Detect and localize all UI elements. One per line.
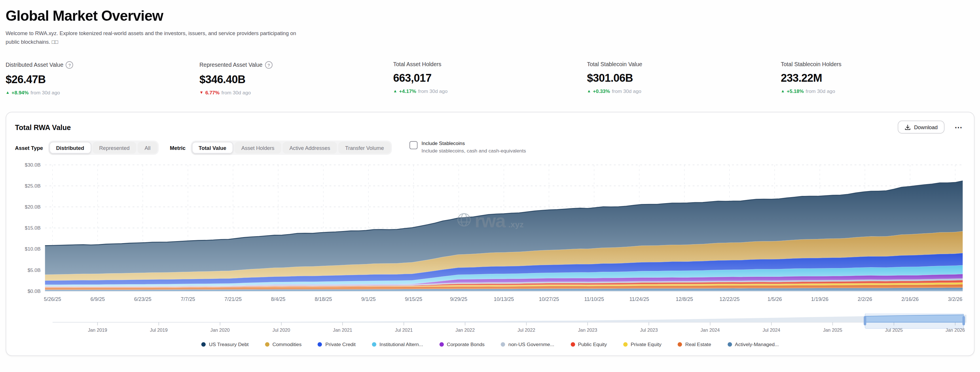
subtitle-line-1: Welcome to RWA.xyz. Explore tokenized re… [6,30,296,36]
download-button[interactable]: Download [898,120,945,134]
metric-option-asset-holders[interactable]: Asset Holders [234,142,282,154]
delta-suffix: from 30d ago [612,89,641,95]
legend-item-non-us-governme[interactable]: non-US Governme... [501,342,554,348]
legend-item-public-equity[interactable]: Public Equity [571,342,607,348]
metric-option-active-addresses[interactable]: Active Addresses [283,142,337,154]
legend-dot-icon [318,342,322,347]
brush-handle-left[interactable] [864,316,866,326]
stat-value: $346.40B [199,73,393,86]
delta-percent: +5.18% [787,89,804,95]
download-icon [905,124,911,130]
metric-segmented: Total ValueAsset HoldersActive Addresses… [191,141,392,155]
x-axis-tick: 10/27/25 [539,297,559,302]
y-axis-tick: $0.0B [28,288,41,294]
stat-delta: ▲+5.18%from 30d ago [781,89,975,95]
legend-dot-icon [372,342,376,347]
include-stablecoins-text: Include Stablecoins Include stablecoins,… [421,141,526,154]
stat-label-text: Distributed Asset Value [6,62,64,68]
timeline-tick: Jan 2022 [456,328,475,332]
legend-item-real-estate[interactable]: Real Estate [678,342,711,348]
page-title: Global Market Overview [6,8,975,24]
stat-label: Total Asset Holders [393,61,587,68]
legend-label: Real Estate [686,342,711,348]
stat-label-text: Total Asset Holders [393,61,441,68]
stat-value: $26.47B [6,73,200,86]
stat-total-stablecoin-holders: Total Stablecoin Holders233.22M▲+5.18%fr… [781,61,975,95]
stat-delta: ▲+4.17%from 30d ago [393,89,587,95]
stat-represented-asset-value: Represented Asset Value?$346.40B▼6.77%fr… [199,61,393,95]
x-axis-tick: 8/18/25 [315,297,332,302]
metric-group: Metric Total ValueAsset HoldersActive Ad… [170,141,392,155]
legend-item-commodities[interactable]: Commodities [265,342,302,348]
timeline-tick: Jul 2024 [762,328,780,332]
stat-delta: ▼6.77%from 30d ago [199,90,393,96]
timeline-tick: Jul 2023 [640,328,658,332]
delta-suffix: from 30d ago [418,89,447,95]
stat-label: Total Stablecoin Holders [781,61,975,68]
legend-item-institutional-altern[interactable]: Institutional Altern... [372,342,423,348]
asset-type-label: Asset Type [15,145,43,151]
metric-option-transfer-volume[interactable]: Transfer Volume [338,142,391,154]
subtitle-line-2: public blockchains. □□ [6,38,58,45]
y-axis-tick: $30.0B [25,162,41,168]
legend-dot-icon [727,342,732,347]
page-subtitle: Welcome to RWA.xyz. Explore tokenized re… [6,29,975,46]
legend-label: Actively-Managed... [735,342,779,348]
x-axis-tick: 9/1/25 [361,297,375,302]
legend-label: Private Equity [631,342,662,348]
stat-value: $301.06B [587,72,781,85]
x-axis-tick: 12/8/25 [676,297,693,302]
timeline-tick: Jul 2021 [395,328,413,332]
brush-selection[interactable] [865,313,964,329]
x-axis-tick: 6/23/25 [134,297,151,302]
stat-label-text: Represented Asset Value [199,62,262,68]
include-stablecoins-label: Include Stablecoins [421,141,526,146]
timeline-brush[interactable]: Jan 2019Jul 2019Jan 2020Jul 2020Jan 2021… [52,313,966,337]
delta-suffix: from 30d ago [30,90,60,96]
total-rwa-value-chart[interactable]: $0.0B$5.0B$10.0B$15.0B$20.0B$25.0B$30.0B… [15,160,967,310]
stat-label: Distributed Asset Value? [6,61,200,69]
x-axis-tick: 9/29/25 [450,297,468,302]
metric-label: Metric [170,145,185,151]
timeline-tick: Jul 2022 [517,328,535,332]
x-axis-tick: 3/2/26 [948,297,963,302]
x-axis-tick: 12/22/25 [719,297,740,302]
x-axis-tick: 11/10/25 [584,297,604,302]
x-axis-tick: 2/2/26 [858,297,872,302]
delta-suffix: from 30d ago [221,90,251,96]
metric-option-total-value[interactable]: Total Value [192,142,233,154]
stat-label-text: Total Stablecoin Holders [781,61,842,68]
asset-type-option-all[interactable]: All [138,142,157,154]
x-axis-tick: 2/16/26 [901,297,919,302]
legend-label: non-US Governme... [508,342,554,348]
legend-dot-icon [201,342,205,347]
asset-type-option-represented[interactable]: Represented [92,142,136,154]
asset-type-option-distributed[interactable]: Distributed [49,142,91,154]
legend-dot-icon [571,342,575,347]
download-label: Download [914,124,938,130]
legend-item-actively-managed[interactable]: Actively-Managed... [727,342,779,348]
info-icon[interactable]: ? [265,61,272,69]
y-axis-tick: $15.0B [25,225,41,231]
stat-value: 233.22M [781,72,975,85]
delta-percent: +8.94% [11,90,29,96]
info-icon[interactable]: ? [66,61,73,69]
brush-handle-right[interactable] [963,316,965,326]
chart-controls: Asset Type DistributedRepresentedAll Met… [15,141,965,155]
timeline-tick: Jan 2020 [210,328,230,332]
more-options-button[interactable]: ⋯ [952,123,965,131]
legend-item-private-equity[interactable]: Private Equity [623,342,662,348]
stat-value: 663,017 [393,72,587,85]
global-market-overview-page: Global Market Overview Welcome to RWA.xy… [0,0,980,356]
delta-percent: +0.33% [593,89,610,95]
legend-dot-icon [439,342,444,347]
legend-label: Commodities [272,342,302,348]
include-stablecoins-checkbox[interactable] [409,141,418,149]
legend-dot-icon [678,342,682,347]
x-axis-tick: 1/19/26 [811,297,829,302]
timeline-tick: Jan 2019 [88,328,107,332]
legend-item-private-credit[interactable]: Private Credit [318,342,356,348]
legend-item-us-treasury-debt[interactable]: US Treasury Debt [201,342,248,348]
legend-item-corporate-bonds[interactable]: Corporate Bonds [439,342,484,348]
y-axis-tick: $20.0B [25,204,41,210]
